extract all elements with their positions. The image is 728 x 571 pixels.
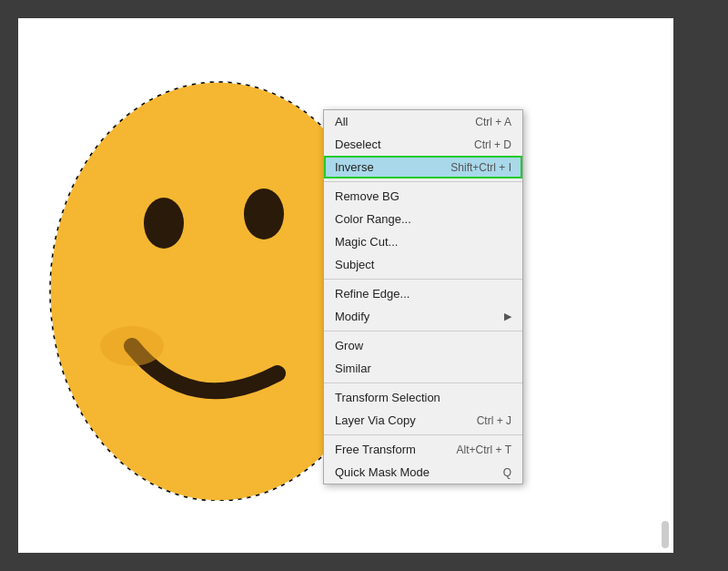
menu-item-shortcut: Shift+Ctrl + I [450, 161, 511, 174]
svg-point-2 [144, 198, 184, 249]
menu-item-label: Remove BG [335, 189, 399, 203]
submenu-arrow-icon: ▶ [504, 311, 511, 322]
menu-item-shortcut: Q [503, 466, 511, 479]
menu-item-label: Subject [335, 258, 374, 271]
menu-item-label: Deselect [335, 138, 381, 151]
menu-item-label: Modify [335, 310, 369, 323]
menu-item-deselect[interactable]: DeselectCtrl + D [324, 133, 522, 156]
menu-item-inverse[interactable]: InverseShift+Ctrl + I [324, 156, 522, 178]
menu-item-label: Similar [335, 362, 371, 375]
svg-point-4 [100, 326, 164, 366]
menu-item-free-transform[interactable]: Free TransformAlt+Ctrl + T [324, 438, 522, 461]
menu-item-similar[interactable]: Similar [324, 357, 522, 380]
menu-divider [324, 434, 522, 435]
menu-item-shortcut: Alt+Ctrl + T [457, 444, 511, 456]
menu-item-shortcut: Ctrl + J [477, 414, 511, 427]
menu-item-all[interactable]: AllCtrl + A [324, 110, 522, 133]
menu-item-modify[interactable]: Modify▶ [324, 305, 522, 328]
menu-item-quick-mask-mode[interactable]: Quick Mask ModeQ [324, 461, 522, 484]
menu-item-layer-via-copy[interactable]: Layer Via CopyCtrl + J [324, 409, 522, 432]
menu-item-label: Layer Via Copy [335, 413, 416, 427]
smiley-face [46, 64, 328, 501]
menu-item-refine-edge[interactable]: Refine Edge... [324, 282, 522, 305]
menu-item-shortcut: Ctrl + A [475, 116, 511, 128]
menu-item-shortcut: Ctrl + D [474, 138, 511, 151]
menu-item-magic-cut[interactable]: Magic Cut... [324, 230, 522, 253]
menu-item-label: Transform Selection [335, 391, 440, 404]
menu-item-label: Color Range... [335, 212, 411, 226]
menu-item-label: Quick Mask Mode [335, 465, 430, 479]
scrollbar[interactable] [662, 521, 669, 548]
menu-item-grow[interactable]: Grow [324, 334, 522, 357]
menu-item-label: Free Transform [335, 443, 416, 456]
menu-item-label: All [335, 115, 348, 128]
menu-divider [324, 279, 522, 280]
menu-item-label: Grow [335, 339, 363, 352]
menu-item-label: Refine Edge... [335, 287, 410, 301]
menu-item-label: Inverse [335, 160, 374, 174]
menu-divider [324, 331, 522, 331]
menu-item-transform-selection[interactable]: Transform Selection [324, 386, 522, 409]
context-menu: AllCtrl + ADeselectCtrl + DInverseShift+… [323, 109, 523, 484]
menu-item-subject[interactable]: Subject [324, 253, 522, 276]
menu-item-remove-bg[interactable]: Remove BG [324, 185, 522, 208]
svg-point-3 [244, 189, 284, 240]
menu-divider [324, 382, 522, 383]
menu-item-color-range[interactable]: Color Range... [324, 208, 522, 230]
menu-item-label: Magic Cut... [335, 235, 398, 249]
svg-point-1 [50, 82, 328, 501]
menu-divider [324, 181, 522, 182]
